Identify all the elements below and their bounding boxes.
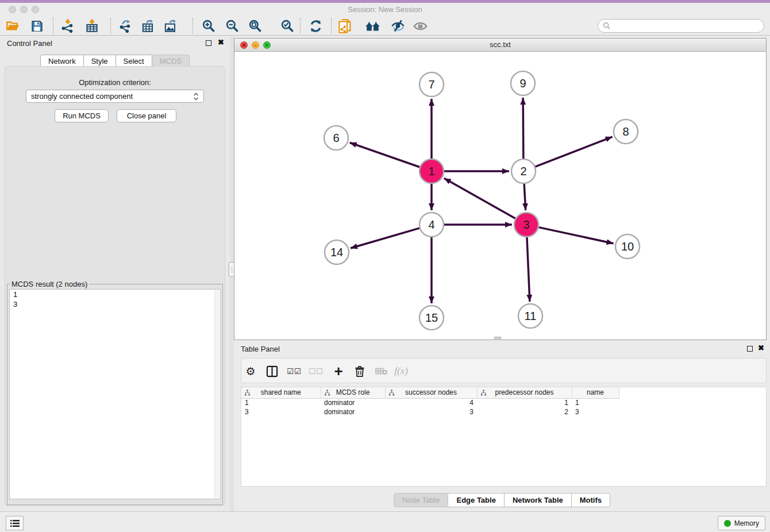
- edge-3-1[interactable]: [444, 178, 515, 218]
- network-window-titlebar: ✕ − + scc.txt: [234, 38, 766, 52]
- tab-motifs[interactable]: Motifs: [572, 493, 610, 507]
- network-close-button[interactable]: ✕: [240, 41, 248, 49]
- gear-icon: ⚙: [245, 365, 255, 378]
- app-title: Session: New Session: [0, 3, 770, 16]
- cell-name[interactable]: 1: [572, 398, 619, 407]
- select-all-columns-button[interactable]: ☑☑: [286, 363, 302, 379]
- column-type-icon: [324, 390, 330, 396]
- network-window-title: scc.txt: [234, 38, 766, 51]
- zoom-selected-button[interactable]: [279, 17, 296, 34]
- node-label-6: 6: [333, 132, 339, 144]
- network-minimize-button[interactable]: −: [252, 41, 259, 49]
- columns-icon: [266, 365, 278, 377]
- cell-shared-name[interactable]: 1: [241, 398, 321, 407]
- birds-eye-view-button[interactable]: [411, 17, 429, 34]
- show-panels-button[interactable]: [6, 516, 24, 530]
- main-toolbar: [0, 16, 770, 36]
- toggle-graphics-details-button[interactable]: [389, 17, 406, 34]
- column-header-mcds-role[interactable]: MCDS role: [321, 387, 385, 398]
- close-panel-button[interactable]: Close panel: [117, 109, 176, 122]
- mcds-result-groupbox: MCDS result (2 nodes) 1 3: [7, 280, 223, 505]
- cell-predecessor-nodes[interactable]: 2: [477, 407, 572, 417]
- cell-name[interactable]: 3: [572, 407, 619, 417]
- table-row[interactable]: 1 dominator 4 1 1: [241, 398, 766, 407]
- cell-successor-nodes[interactable]: 3: [385, 407, 477, 417]
- column-type-icon: [244, 390, 251, 396]
- app-titlebar: Session: New Session: [0, 3, 770, 16]
- column-header-predecessor-nodes[interactable]: predecessor nodes: [477, 387, 572, 398]
- edge-2-8[interactable]: [536, 137, 613, 167]
- hide-details-eye-icon: [390, 18, 406, 34]
- export-table-button[interactable]: [140, 17, 157, 34]
- edge-1-6[interactable]: [350, 142, 420, 167]
- delete-column-button[interactable]: [352, 363, 368, 379]
- create-column-button[interactable]: +: [330, 363, 346, 379]
- list-icon: [10, 519, 20, 527]
- memory-button[interactable]: Memory: [718, 516, 765, 530]
- tab-edge-table[interactable]: Edge Table: [448, 493, 504, 507]
- edge-3-10[interactable]: [539, 228, 614, 244]
- edge-3-11[interactable]: [527, 237, 530, 302]
- column-type-icon: [480, 390, 487, 396]
- export-network-button[interactable]: [117, 17, 134, 34]
- save-session-button[interactable]: [28, 17, 45, 34]
- window-close-button[interactable]: [9, 6, 16, 13]
- edge-2-3[interactable]: [524, 184, 525, 210]
- window-minimize-button[interactable]: [20, 6, 28, 13]
- column-view-button[interactable]: [264, 363, 280, 379]
- home-button[interactable]: [364, 17, 382, 34]
- open-session-button[interactable]: [4, 17, 21, 34]
- export-table-icon: [141, 18, 156, 33]
- apply-layout-button[interactable]: [307, 17, 324, 34]
- mcds-result-textarea[interactable]: 1 3: [9, 289, 221, 499]
- zoom-out-button[interactable]: [224, 17, 241, 34]
- table-row[interactable]: 3 dominator 3 2 3: [241, 407, 766, 417]
- unselect-all-columns-button[interactable]: ☐☐: [308, 363, 324, 379]
- status-bar: Memory: [0, 511, 770, 532]
- cell-predecessor-nodes[interactable]: 1: [477, 398, 572, 407]
- run-mcds-button[interactable]: Run MCDS: [55, 109, 109, 122]
- cell-successor-nodes[interactable]: 4: [385, 398, 477, 407]
- edge-4-14[interactable]: [351, 228, 419, 248]
- tab-node-table[interactable]: Node Table: [394, 493, 449, 507]
- criterion-select[interactable]: strongly connected component: [26, 90, 204, 103]
- import-network-icon: [60, 18, 75, 33]
- control-panel-close-button[interactable]: ✖: [218, 39, 224, 46]
- mcds-result-scrollbar[interactable]: [214, 290, 220, 498]
- import-table-icon: [84, 18, 99, 33]
- node-label-15: 15: [425, 311, 438, 324]
- search-input[interactable]: [613, 20, 764, 32]
- node-label-11: 11: [525, 310, 537, 322]
- cell-mcds-role[interactable]: dominator: [321, 407, 385, 417]
- node-label-14: 14: [330, 246, 343, 259]
- tab-network-table[interactable]: Network Table: [505, 493, 572, 507]
- control-panel-float-button[interactable]: [206, 40, 211, 46]
- import-table-button[interactable]: [83, 17, 101, 34]
- table-panel-close-button[interactable]: ✖: [758, 345, 764, 352]
- network-view-window: ✕ − + scc.txt 1234678910111415: [234, 38, 767, 340]
- cell-shared-name[interactable]: 3: [241, 407, 321, 417]
- cell-mcds-role[interactable]: dominator: [321, 398, 385, 407]
- plus-icon: +: [334, 365, 342, 377]
- window-zoom-button[interactable]: [32, 6, 39, 13]
- network-resize-grip[interactable]: [494, 337, 501, 340]
- network-canvas[interactable]: 1234678910111415: [234, 52, 766, 340]
- node-label-7: 7: [428, 78, 434, 91]
- node-label-4: 4: [428, 218, 434, 231]
- zoom-fit-button[interactable]: [247, 17, 264, 34]
- unchecked-boxes-icon: ☐☐: [309, 367, 323, 376]
- network-maximize-button[interactable]: +: [263, 41, 271, 49]
- table-settings-button[interactable]: ⚙: [242, 363, 259, 379]
- column-type-icon: [388, 390, 395, 396]
- zoom-in-button[interactable]: [200, 17, 217, 34]
- table-panel-float-button[interactable]: [747, 346, 753, 352]
- export-image-button[interactable]: [162, 17, 179, 34]
- import-network-button[interactable]: [59, 17, 76, 34]
- node-label-3: 3: [523, 218, 529, 231]
- column-header-shared-name[interactable]: shared name: [241, 387, 321, 398]
- network-graph: 1234678910111415: [234, 52, 766, 340]
- column-header-successor-nodes[interactable]: successor nodes: [385, 387, 477, 398]
- clone-network-button[interactable]: [336, 17, 353, 34]
- edge-2-9[interactable]: [523, 98, 523, 159]
- column-header-name[interactable]: name: [572, 387, 619, 398]
